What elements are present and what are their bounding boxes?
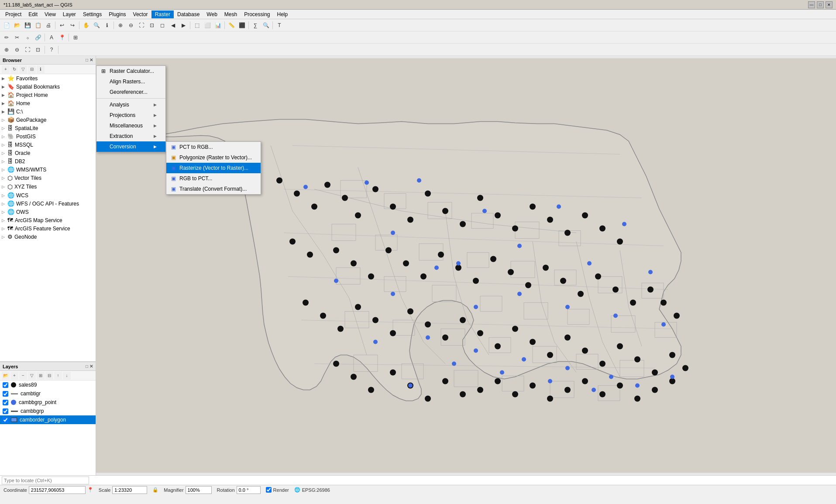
browser-item-c-drive[interactable]: ▶ 💾 C:\ <box>0 107 96 116</box>
layers-collapse-all-btn[interactable]: ⊟ <box>45 372 53 380</box>
edit-btn[interactable]: ✂ <box>12 33 22 42</box>
browser-filter-btn[interactable]: ▽ <box>19 65 27 73</box>
browser-item-arcgis-feature[interactable]: ▷ 🗺 ArcGIS Feature Service <box>0 224 96 233</box>
browser-item-arcgis-map[interactable]: ▷ 🗺 ArcGIS Map Service <box>0 216 96 224</box>
snap-btn[interactable]: 🔗 <box>33 33 43 42</box>
prev-extent-btn[interactable]: ◀ <box>168 21 178 30</box>
browser-item-home[interactable]: ▶ 🏠 Home <box>0 99 96 107</box>
menu-raster[interactable]: Raster <box>151 10 174 18</box>
node-btn[interactable]: ⬦ <box>23 33 32 42</box>
identify-btn[interactable]: ℹ <box>102 21 112 30</box>
label-btn[interactable]: A <box>47 33 56 42</box>
browser-item-vector-tiles[interactable]: ▷ ⬡ Vector Tiles <box>0 174 96 182</box>
layers-expand-icon[interactable]: □ <box>86 364 88 369</box>
layer-sales89-checkbox[interactable] <box>3 382 8 388</box>
digitize-btn[interactable]: ✏ <box>2 33 11 42</box>
zoom-layer-btn[interactable]: ⊡ <box>147 21 157 30</box>
undo-btn[interactable]: ↩ <box>57 21 67 30</box>
menu-help[interactable]: Help <box>274 10 292 18</box>
zoom-selection-btn[interactable]: ◻ <box>158 21 167 30</box>
georef-btn[interactable]: ⊞ <box>71 33 80 42</box>
menu-vector[interactable]: Vector <box>130 10 151 18</box>
close-button[interactable]: ✕ <box>826 1 833 8</box>
zoom-out-2-btn[interactable]: ⊖ <box>12 45 22 55</box>
text-btn[interactable]: T <box>275 21 284 30</box>
layer-sales89[interactable]: sales89 <box>0 381 96 389</box>
rotation-input[interactable] <box>237 486 261 494</box>
browser-add-btn[interactable]: + <box>2 65 10 73</box>
browser-item-db2[interactable]: ▷ 🗄 DB2 <box>0 157 96 165</box>
layer-camborder-polygon[interactable]: camborder_polygon <box>0 415 96 424</box>
menu-database[interactable]: Database <box>174 10 203 18</box>
menu-plugins[interactable]: Plugins <box>105 10 129 18</box>
maximize-button[interactable]: □ <box>817 1 824 8</box>
layers-filter-btn[interactable]: ▽ <box>28 372 36 380</box>
zoom-out-btn[interactable]: ⊖ <box>126 21 136 30</box>
browser-properties-btn[interactable]: ℹ <box>37 65 45 73</box>
georeferencer-item[interactable]: Georeferencer... <box>96 87 165 97</box>
scale-input[interactable] <box>112 486 147 494</box>
print-btn[interactable]: 🖨 <box>44 21 53 30</box>
select-btn[interactable]: ⬚ <box>192 21 202 30</box>
pct-to-rgb-item[interactable]: ▣ PCT to RGB... <box>166 142 261 152</box>
browser-item-wcs[interactable]: ▷ 🌐 WCS <box>0 191 96 199</box>
browser-item-wfs[interactable]: ▷ 🌐 WFS / OGC API - Features <box>0 199 96 208</box>
coordinate-input[interactable] <box>29 486 86 494</box>
menu-web[interactable]: Web <box>203 10 220 18</box>
layer-cambbgrp-point-checkbox[interactable] <box>3 400 8 405</box>
save-project-btn[interactable]: 💾 <box>23 21 32 30</box>
browser-close-icon[interactable]: ✕ <box>89 58 93 62</box>
browser-item-wms-wmts[interactable]: ▷ 🌐 WMS/WMTS <box>0 165 96 174</box>
layer-cambtigr-checkbox[interactable] <box>3 391 8 397</box>
save-as-btn[interactable]: 📋 <box>33 21 43 30</box>
layers-add-btn[interactable]: + <box>10 372 18 380</box>
pan-btn[interactable]: ✋ <box>81 21 91 30</box>
render-checkbox[interactable] <box>266 487 272 493</box>
browser-item-spatial-bookmarks[interactable]: ▶ 🔖 Spatial Bookmarks <box>0 82 96 91</box>
browser-item-xyz-tiles[interactable]: ▷ ⬡ XYZ Tiles <box>0 182 96 191</box>
deselect-btn[interactable]: ⬜ <box>203 21 212 30</box>
align-rasters-item[interactable]: Align Rasters... <box>96 76 165 87</box>
zoom-in-btn[interactable]: ⊕ <box>116 21 125 30</box>
layer-cambbgrp-point[interactable]: cambbgrp_point <box>0 398 96 407</box>
pin-label-btn[interactable]: 📍 <box>57 33 67 42</box>
layers-up-btn[interactable]: ↑ <box>54 372 62 380</box>
menu-project[interactable]: Project <box>2 10 25 18</box>
browser-item-geopackage[interactable]: ▷ 📦 GeoPackage <box>0 116 96 124</box>
new-project-btn[interactable]: 📄 <box>2 21 11 30</box>
layer-camborder-checkbox[interactable] <box>3 417 8 423</box>
menu-processing[interactable]: Processing <box>241 10 273 18</box>
attribute-table-btn[interactable]: 📊 <box>213 21 223 30</box>
measure-area-btn[interactable]: ⬛ <box>237 21 247 30</box>
translate-item[interactable]: ▣ Translate (Convert Format)... <box>166 184 261 194</box>
stats-btn[interactable]: ∑ <box>251 21 260 30</box>
layers-close-icon[interactable]: ✕ <box>89 364 93 369</box>
map-area[interactable]: ⊞ Raster Calculator... Align Rasters... … <box>96 56 836 475</box>
browser-item-project-home[interactable]: ▶ 🏠 Project Home <box>0 91 96 99</box>
projections-item[interactable]: Projections ▶ <box>96 110 165 120</box>
menu-settings[interactable]: Settings <box>79 10 105 18</box>
browser-item-postgis[interactable]: ▷ 🐘 PostGIS <box>0 132 96 141</box>
rasterize-item[interactable]: ▣ Rasterize (Vector to Raster)... <box>166 163 261 173</box>
browser-item-mssql[interactable]: ▷ 🗄 MSSQL <box>0 141 96 149</box>
menu-layer[interactable]: Layer <box>59 10 79 18</box>
extraction-item[interactable]: Extraction ▶ <box>96 131 165 141</box>
layers-open-btn[interactable]: 📂 <box>2 372 10 380</box>
layer-cambbgrp-checkbox[interactable] <box>3 408 8 414</box>
browser-item-spatialite[interactable]: ▷ 🗄 SpatiaLite <box>0 124 96 132</box>
raster-calculator-item[interactable]: ⊞ Raster Calculator... <box>96 66 165 76</box>
minimize-button[interactable]: — <box>808 1 815 8</box>
layers-down-btn[interactable]: ↓ <box>63 372 71 380</box>
redo-btn[interactable]: ↪ <box>68 21 77 30</box>
zoom-btn[interactable]: 🔍 <box>92 21 101 30</box>
menu-view[interactable]: View <box>41 10 59 18</box>
help-btn[interactable]: ? <box>47 45 56 55</box>
browser-item-geonode[interactable]: ▷ ⚙ GeoNode <box>0 233 96 241</box>
polygonize-item[interactable]: ▣ Polygonize (Raster to Vector)... <box>166 152 261 163</box>
browser-collapse-btn[interactable]: ⊟ <box>28 65 36 73</box>
search-btn[interactable]: 🔍 <box>261 21 271 30</box>
browser-item-ows[interactable]: ▷ 🌐 OWS <box>0 208 96 216</box>
zoom-full-btn[interactable]: ⛶ <box>137 21 146 30</box>
open-project-btn[interactable]: 📂 <box>12 21 22 30</box>
zoom-in-2-btn[interactable]: ⊕ <box>2 45 11 55</box>
